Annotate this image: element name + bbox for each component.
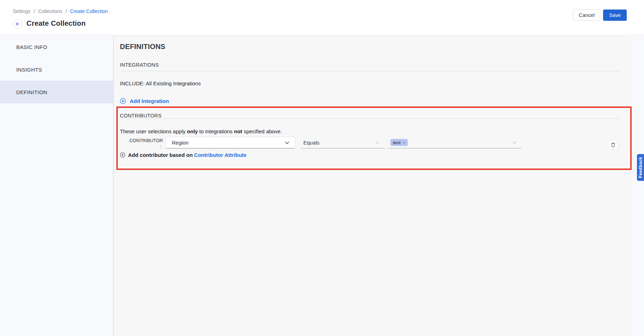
- description-text: These user selections apply: [120, 128, 187, 134]
- sidebar-item-definition[interactable]: DEFINITION: [0, 81, 113, 103]
- value-tag-label: test: [393, 140, 401, 145]
- contributor-label-text: CONTRIBUTOR: [129, 138, 163, 143]
- breadcrumb-separator: /: [32, 8, 37, 14]
- contributor-attribute-link[interactable]: Contributor Attribute: [194, 152, 247, 158]
- breadcrumb: Settings / Collections / Create Collecti…: [13, 8, 108, 14]
- integrations-divider: [120, 71, 620, 71]
- breadcrumb-create-collection[interactable]: Create Collection: [70, 8, 108, 14]
- breadcrumb-separator: /: [64, 8, 69, 14]
- description-bold-only: only: [187, 128, 198, 134]
- value-tag: test ×: [390, 139, 408, 146]
- include-integrations-text: INCLUDE: All Existing Integrations: [120, 80, 201, 86]
- breadcrumb-settings[interactable]: Settings: [13, 8, 31, 14]
- add-integration-button[interactable]: Add Integration: [120, 98, 169, 104]
- operator-selected-value: Equals: [303, 140, 375, 146]
- contributors-divider: [120, 118, 620, 119]
- add-contributor-prefix: Add contributor based on: [128, 152, 193, 158]
- breadcrumb-collections[interactable]: Collections: [38, 8, 62, 14]
- chevron-down-icon: [375, 140, 380, 145]
- page-title: Create Collection: [26, 19, 86, 28]
- back-button[interactable]: [13, 19, 23, 29]
- description-text: to integrations: [198, 128, 234, 134]
- feedback-tab-label: Feedback: [638, 157, 643, 178]
- feedback-tab[interactable]: Feedback: [637, 154, 644, 181]
- settings-sidebar: BASIC INFO INSIGHTS DEFINITION: [0, 36, 114, 336]
- delete-contributor-button[interactable]: [608, 140, 618, 150]
- add-contributor-row: Add contributor based on Contributor Att…: [120, 152, 247, 158]
- cancel-button[interactable]: Cancel: [573, 10, 600, 21]
- arrow-left-icon: [15, 21, 20, 27]
- sidebar-item-basic-info[interactable]: BASIC INFO: [0, 36, 113, 58]
- contributors-section-label: CONTRIBUTORS: [120, 113, 162, 118]
- create-collection-page: Settings / Collections / Create Collecti…: [0, 0, 644, 336]
- trash-icon: [610, 142, 616, 148]
- definitions-heading: DEFINITIONS: [120, 43, 165, 51]
- integrations-section-label: INTEGRATIONS: [120, 62, 159, 68]
- description-bold-not: not: [234, 128, 242, 134]
- description-text: specified above.: [242, 128, 282, 134]
- page-header: Settings / Collections / Create Collecti…: [0, 0, 644, 35]
- contributors-description: These user selections apply only to inte…: [120, 128, 282, 134]
- contributor-label-colon: :: [126, 143, 163, 149]
- save-button[interactable]: Save: [603, 10, 627, 21]
- sidebar-item-insights[interactable]: INSIGHTS: [0, 58, 113, 81]
- contributor-operator-select[interactable]: Equals: [300, 137, 384, 148]
- add-integration-label: Add Integration: [130, 98, 169, 104]
- contributor-attribute-select[interactable]: Region: [166, 137, 295, 148]
- contributor-value-multiselect[interactable]: test ×: [388, 137, 521, 148]
- circle-plus-icon: [120, 98, 126, 104]
- chevron-down-icon: [284, 140, 290, 146]
- tag-remove-icon[interactable]: ×: [403, 140, 406, 145]
- attribute-selected-value: Region: [172, 140, 284, 146]
- circle-plus-icon[interactable]: [120, 152, 125, 158]
- contributor-row-label: CONTRIBUTOR :: [126, 138, 163, 149]
- chevron-down-icon: [512, 140, 517, 145]
